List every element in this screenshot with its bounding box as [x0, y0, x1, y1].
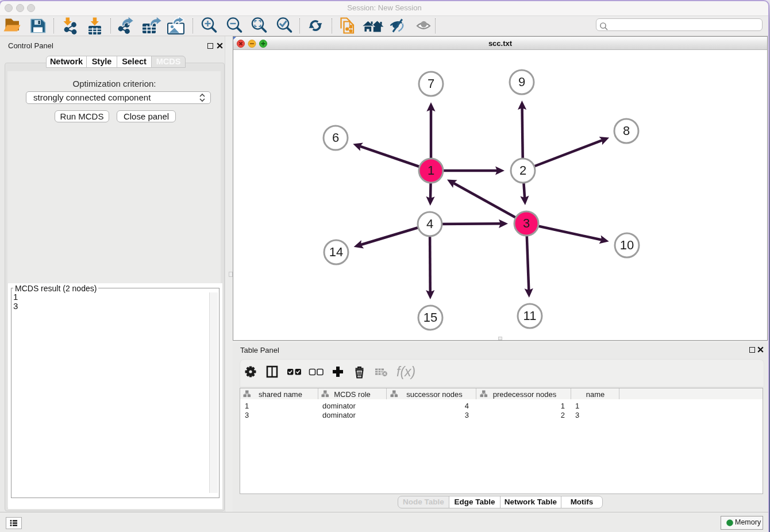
svg-text:9: 9	[518, 75, 525, 89]
svg-text:3: 3	[523, 216, 530, 230]
svg-text:2: 2	[519, 163, 526, 178]
svg-text:6: 6	[332, 130, 339, 145]
svg-text:8: 8	[623, 124, 630, 138]
svg-text:11: 11	[523, 309, 537, 323]
svg-text:15: 15	[424, 310, 437, 325]
svg-text:14: 14	[329, 245, 343, 259]
svg-text:4: 4	[426, 217, 433, 231]
svg-text:1: 1	[428, 163, 434, 178]
svg-text:10: 10	[620, 238, 634, 252]
svg-text:7: 7	[428, 76, 434, 91]
svg-text:f(x): f(x)	[396, 364, 415, 379]
